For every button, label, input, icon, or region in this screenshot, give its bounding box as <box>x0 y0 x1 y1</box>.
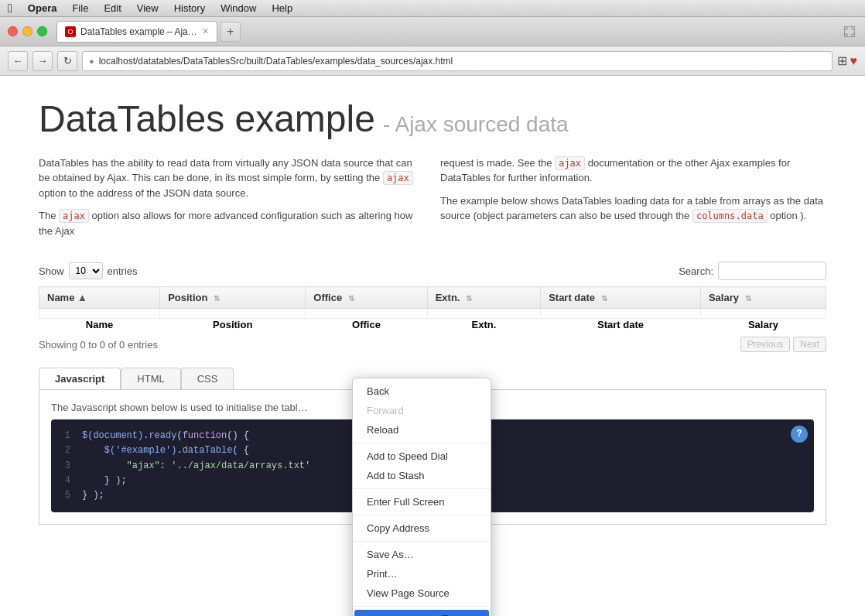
svg-rect-0 <box>844 26 855 37</box>
url-text: localhost/datatables/DataTablesSrc/built… <box>99 56 826 67</box>
col-startdate[interactable]: Start date ⇅ <box>541 287 701 309</box>
ctx-inspect-element[interactable]: Inspect Element <box>354 610 489 616</box>
datatable-controls: Show 10 25 50 entries Search: <box>39 262 826 280</box>
close-button[interactable] <box>8 26 18 36</box>
showing-text: Showing 0 to 0 of 0 entries <box>39 339 158 351</box>
nav-bar: ← → ↻ ● localhost/datatables/DataTablesS… <box>0 46 865 76</box>
reload-button[interactable]: ↻ <box>57 51 77 71</box>
foot-salary: Salary <box>700 319 826 331</box>
foot-office: Office <box>306 319 427 331</box>
nav-right-controls: ⊞ ♥ <box>837 53 858 68</box>
apple-menu[interactable]:  <box>8 2 12 15</box>
ctx-stash[interactable]: Add to Stash <box>353 466 491 485</box>
col-salary[interactable]: Salary ⇅ <box>700 287 826 309</box>
page-content: DataTables example- Ajax sourced data Da… <box>0 76 865 616</box>
browser-window: O DataTables example – Aja… ✕ + ← → ↻ ● … <box>0 17 865 616</box>
datatable: Name ▲ Position ⇅ Office ⇅ Extn. ⇅ Start… <box>39 286 826 330</box>
description-left: DataTables has the ability to read data … <box>39 156 425 247</box>
table-footer: Showing 0 to 0 of 0 entries Previous Nex… <box>39 337 826 352</box>
prev-button[interactable]: Previous <box>740 337 791 352</box>
cell-salary <box>700 309 826 319</box>
ctx-sep-5 <box>353 606 491 607</box>
tab-bar: O DataTables example – Aja… ✕ + <box>56 21 836 43</box>
forward-button[interactable]: → <box>32 51 53 71</box>
ctx-back[interactable]: Back <box>353 382 491 401</box>
ctx-sep-2 <box>353 488 491 489</box>
grid-icon[interactable]: ⊞ <box>837 53 847 68</box>
ctx-reload[interactable]: Reload <box>353 420 491 440</box>
tab-favicon: O <box>65 26 76 37</box>
foot-startdate: Start date <box>541 319 701 331</box>
cell-extn <box>427 309 540 319</box>
line-numbers: 1 2 3 4 5 <box>63 429 82 503</box>
pagination: Previous Next <box>740 337 826 352</box>
cell-startdate <box>541 309 701 319</box>
description-section: DataTables has the ability to read data … <box>39 156 826 247</box>
ctx-sep-3 <box>353 515 491 515</box>
col-office[interactable]: Office ⇅ <box>306 287 427 309</box>
active-tab[interactable]: O DataTables example – Aja… ✕ <box>56 21 217 43</box>
history-menu[interactable]: History <box>174 2 205 14</box>
ctx-sep-4 <box>353 541 491 542</box>
show-label: Show <box>39 265 64 277</box>
tab-html[interactable]: HTML <box>121 368 180 389</box>
cell-office <box>306 309 427 319</box>
next-button[interactable]: Next <box>793 337 826 352</box>
foot-name: Name <box>39 319 160 331</box>
os-menubar:  Opera File Edit View History Window He… <box>0 0 865 17</box>
entries-label: entries <box>108 265 138 277</box>
search-label: Search: <box>679 265 713 277</box>
entries-select[interactable]: 10 25 50 <box>69 262 103 279</box>
col-extn[interactable]: Extn. ⇅ <box>427 287 540 309</box>
help-button[interactable]: ? <box>791 426 808 443</box>
context-menu: Back Forward Reload Add to Speed Dial Ad… <box>352 378 491 616</box>
view-menu[interactable]: View <box>137 2 159 14</box>
address-bar[interactable]: ● localhost/datatables/DataTablesSrc/bui… <box>82 51 833 71</box>
ajax-code-3: ajax <box>555 156 585 170</box>
fullscreen-button[interactable] <box>842 26 857 38</box>
tab-javascript[interactable]: Javascript <box>39 368 121 389</box>
tab-title: DataTables example – Aja… <box>80 26 197 37</box>
cell-name <box>39 309 160 319</box>
file-menu[interactable]: File <box>72 2 88 14</box>
edit-menu[interactable]: Edit <box>104 2 121 14</box>
table-row <box>39 309 826 319</box>
new-tab-button[interactable]: + <box>221 22 241 42</box>
ajax-code-1: ajax <box>383 171 413 185</box>
columns-data-code: columns.data <box>692 209 768 223</box>
cell-position <box>160 309 306 319</box>
foot-extn: Extn. <box>427 319 540 331</box>
col-position[interactable]: Position ⇅ <box>160 287 306 309</box>
foot-position: Position <box>160 319 306 331</box>
col-name[interactable]: Name ▲ <box>39 287 160 309</box>
minimize-button[interactable] <box>22 26 32 36</box>
security-icon: ● <box>89 56 94 66</box>
heart-icon[interactable]: ♥ <box>850 54 858 68</box>
show-entries-control: Show 10 25 50 entries <box>39 262 138 279</box>
search-input[interactable] <box>718 262 826 280</box>
table-header-row: Name ▲ Position ⇅ Office ⇅ Extn. ⇅ Start… <box>39 287 826 309</box>
tab-close-icon[interactable]: ✕ <box>202 26 209 36</box>
ajax-code-2: ajax <box>59 209 89 223</box>
page-title: DataTables example- Ajax sourced data <box>39 99 826 140</box>
opera-menu[interactable]: Opera <box>28 2 57 14</box>
help-menu[interactable]: Help <box>272 2 292 14</box>
ctx-fullscreen[interactable]: Enter Full Screen <box>353 492 491 512</box>
ctx-save-as[interactable]: Save As… <box>353 545 491 564</box>
window-menu[interactable]: Window <box>221 2 256 14</box>
ctx-forward: Forward <box>353 401 491 420</box>
ctx-print[interactable]: Print… <box>353 564 491 583</box>
title-bar: O DataTables example – Aja… ✕ + <box>0 17 865 46</box>
ctx-copy-address[interactable]: Copy Address <box>353 518 491 538</box>
description-right: request is made. See the ajax documentat… <box>440 156 826 247</box>
maximize-button[interactable] <box>37 26 47 36</box>
back-button[interactable]: ← <box>8 51 28 71</box>
traffic-lights <box>8 26 47 36</box>
tab-css[interactable]: CSS <box>181 368 234 389</box>
ctx-speed-dial[interactable]: Add to Speed Dial <box>353 447 491 466</box>
ctx-sep-1 <box>353 443 491 443</box>
ctx-view-source[interactable]: View Page Source <box>353 583 491 603</box>
search-box: Search: <box>679 262 826 280</box>
table-footer-row: Name Position Office Extn. Start date Sa… <box>39 319 826 331</box>
